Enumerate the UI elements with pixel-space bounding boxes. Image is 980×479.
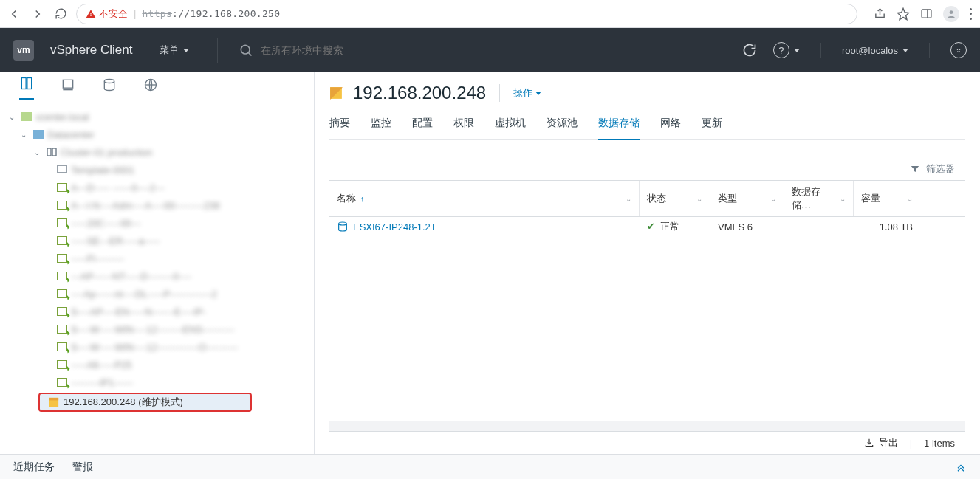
profile-avatar[interactable] (943, 6, 959, 22)
bookmark-icon[interactable] (897, 7, 910, 21)
tab-网络[interactable]: 网络 (660, 112, 681, 139)
tree-row-vm[interactable]: -----SE---ER-----a----- (4, 232, 314, 249)
tree-row-vm[interactable]: ----Ap------nt----DL-----P-------------2 (4, 285, 314, 303)
tab-配置[interactable]: 配置 (412, 112, 433, 139)
tree-row-cluster[interactable]: ⌄ Cluster-01 production (4, 143, 314, 161)
actions-menu[interactable]: 操作 (513, 86, 541, 100)
vm-icon (56, 165, 68, 175)
user-menu[interactable]: root@localos (842, 45, 908, 56)
chevron-down-icon[interactable]: ⌄ (907, 195, 913, 203)
tree-row-vm[interactable]: -----A6-----P25 (4, 356, 314, 373)
share-icon[interactable] (874, 7, 886, 20)
logo-icon: vm (13, 40, 34, 61)
svg-rect-0 (922, 10, 931, 18)
svg-rect-15 (52, 148, 56, 156)
inventory-tree[interactable]: ⌄ vcenter.local ⌄ Datacenter ⌄ Cluster-0… (0, 103, 314, 454)
tree-row-vm[interactable]: S----W-----WIN----12--------ENS---------… (4, 320, 314, 338)
table-row[interactable]: ESXI67-IP248-1.2T✔ 正常VMFS 61.08 TB (329, 217, 965, 236)
table-body: ESXI67-IP248-1.2T✔ 正常VMFS 61.08 TB (329, 217, 965, 421)
url-text: https://192.168.200.250 (142, 8, 280, 19)
col-capacity[interactable]: 容量⌄ (854, 181, 935, 216)
address-bar[interactable]: 不安全 | https://192.168.200.250 (76, 4, 857, 24)
tree-row-vm[interactable]: -----FI--------- (4, 249, 314, 267)
col-name[interactable]: 名称↑ ⌄ (329, 181, 640, 216)
svg-point-5 (957, 49, 958, 50)
tree-row-datacenter[interactable]: ⌄ Datacenter (4, 125, 314, 143)
reload-button[interactable] (55, 7, 67, 21)
col-type[interactable]: 类型⌄ (710, 181, 784, 216)
main-menu-button[interactable]: 菜单 (152, 39, 196, 61)
twisty-icon[interactable]: ⌄ (34, 148, 43, 156)
twisty-icon[interactable]: ⌄ (9, 113, 18, 121)
cell-status: ✔ 正常 (640, 217, 710, 236)
tree-row-vm[interactable]: S----W-----WIN----12-------------O------… (4, 338, 314, 356)
tree-label: S----W-----WIN----12--------ENS---------… (71, 324, 234, 335)
vm-running-icon (56, 289, 68, 298)
tab-摘要[interactable]: 摘要 (329, 112, 350, 139)
svg-line-4 (248, 52, 251, 55)
tree-label: 192.168.200.248 (维护模式) (64, 396, 183, 409)
tree-row-vm[interactable]: ---AP------NT-----D--------0---- (4, 267, 314, 285)
tree-label: Cluster-01 production (61, 147, 152, 158)
tree-label: ---------IP1------ (71, 377, 133, 388)
inventory-sidebar: ⌄ vcenter.local ⌄ Datacenter ⌄ Cluster-0… (0, 72, 315, 454)
kebab-menu[interactable] (970, 8, 973, 20)
filter-label[interactable]: 筛选器 (926, 162, 955, 176)
tree-row-vm[interactable]: -----20C-----00--- (4, 214, 314, 232)
storage-tab[interactable] (102, 77, 117, 98)
export-button[interactable]: 导出 (864, 436, 898, 449)
forward-button[interactable] (31, 7, 44, 21)
alarms-tab[interactable]: 警报 (72, 461, 93, 474)
vm-running-icon (56, 236, 68, 245)
back-button[interactable] (7, 7, 21, 21)
tree-row-vm[interactable]: A---D----- ------0----2--- (4, 179, 314, 196)
tab-资源池[interactable]: 资源池 (546, 112, 578, 139)
tree-row-vcenter[interactable]: ⌄ vcenter.local (4, 108, 314, 125)
host-maintenance-icon (329, 86, 343, 100)
sort-asc-icon: ↑ (360, 194, 365, 203)
tree-row-vm[interactable]: S----AP----EN-----N-------E----IP- (4, 303, 314, 320)
separator: | (134, 8, 136, 19)
help-button[interactable]: ? (773, 42, 800, 58)
networking-tab[interactable] (143, 77, 158, 98)
vm-running-icon (56, 378, 68, 387)
panel-icon[interactable] (920, 7, 933, 20)
svg-point-2 (950, 10, 953, 14)
expand-panel-icon[interactable] (955, 461, 967, 473)
col-dscluster[interactable]: 数据存储…⌄ (784, 181, 854, 216)
tree-row-host-selected[interactable]: 192.168.200.248 (维护模式) (38, 393, 252, 412)
datastore-link[interactable]: ESXI67-IP248-1.2T (337, 221, 632, 232)
tree-row-vm[interactable]: Template-0001 (4, 161, 314, 179)
app-title: vSphere Client (50, 43, 133, 58)
tab-数据存储[interactable]: 数据存储 (598, 112, 640, 140)
tab-监控[interactable]: 监控 (371, 112, 391, 139)
global-search[interactable] (239, 43, 726, 58)
horizontal-scrollbar[interactable] (329, 421, 965, 431)
tree-label: Template-0001 (71, 165, 134, 176)
tab-更新[interactable]: 更新 (702, 112, 722, 139)
divider (217, 38, 218, 63)
tree-label: vcenter.local (35, 111, 89, 123)
hosts-clusters-tab[interactable] (19, 76, 34, 100)
vm-running-icon (56, 360, 68, 369)
chevron-down-icon[interactable]: ⌄ (840, 195, 846, 203)
search-input[interactable] (261, 44, 482, 56)
twisty-icon[interactable]: ⌄ (21, 131, 30, 139)
filter-icon[interactable] (910, 164, 920, 174)
inventory-tabs (0, 72, 314, 103)
tree-row-vm[interactable]: A---I-N----Adm----A----00---------238 (4, 196, 314, 214)
chevron-down-icon (902, 49, 908, 52)
col-status[interactable]: 状态⌄ (640, 181, 710, 216)
chevron-down-icon[interactable]: ⌄ (626, 195, 631, 203)
vms-templates-tab[interactable] (61, 77, 75, 98)
browser-nav (7, 7, 67, 21)
tab-权限[interactable]: 权限 (453, 112, 474, 139)
tree-row-vm[interactable]: ---------IP1------ (4, 373, 314, 391)
recent-tasks-tab[interactable]: 近期任务 (13, 461, 55, 474)
tab-虚拟机[interactable]: 虚拟机 (495, 112, 526, 139)
chevron-down-icon[interactable]: ⌄ (696, 195, 702, 203)
chevron-down-icon[interactable]: ⌄ (770, 195, 776, 203)
refresh-button[interactable] (742, 43, 757, 58)
smiley-button[interactable] (950, 42, 967, 58)
svg-rect-9 (63, 80, 72, 88)
